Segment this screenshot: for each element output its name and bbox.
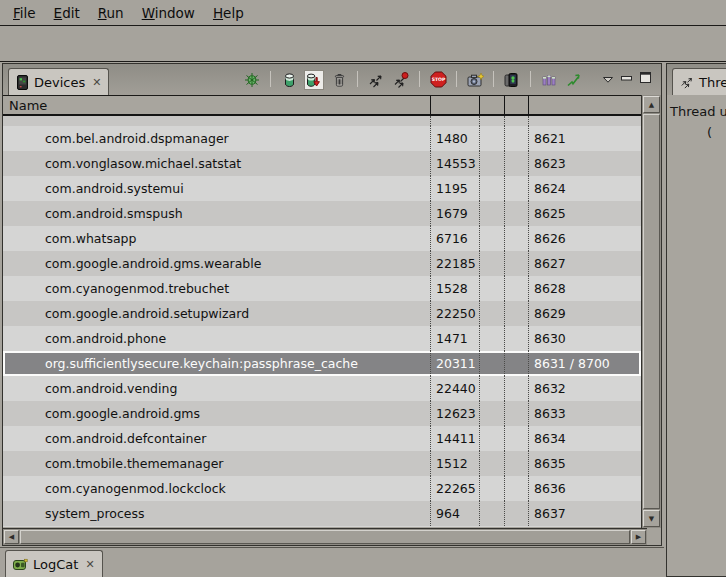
vertical-scrollbar[interactable]: ▲ ▼	[641, 95, 661, 528]
cell-name: com.vonglasow.michael.satstat	[3, 151, 430, 176]
cell-port: 8626	[528, 226, 641, 251]
cell-pid: 1195	[430, 176, 479, 201]
cell-port: 8629	[528, 301, 641, 326]
cell-b	[504, 116, 528, 126]
menu-item-run[interactable]: Run	[89, 5, 133, 21]
cell-port: 8635	[528, 451, 641, 476]
cell-a	[479, 476, 504, 501]
toolbar-separator	[530, 71, 531, 87]
maximize-icon[interactable]	[640, 68, 651, 87]
horizontal-scrollbar-thumb[interactable]	[20, 530, 630, 544]
threads-tabbar: Threa	[667, 64, 726, 95]
table-row[interactable]: com.cyanogenmod.lockclock222658636	[3, 476, 641, 501]
cell-a	[479, 116, 504, 126]
cell-b	[504, 476, 528, 501]
sysinfo-icon[interactable]	[539, 70, 559, 90]
phone-icon	[16, 75, 29, 90]
cell-port: 8623	[528, 151, 641, 176]
tab-devices[interactable]: Devices ✕	[8, 68, 109, 95]
cell-port: 8621	[528, 126, 641, 151]
scroll-down-button[interactable]: ▼	[643, 510, 660, 527]
application-window: FileEditRunWindowHelp Devices ✕	[0, 0, 726, 577]
cell-pid: 22440	[430, 376, 479, 401]
table-row[interactable]: com.android.systemui11958624	[3, 176, 641, 201]
cell-pid: 1528	[430, 276, 479, 301]
table-row[interactable]: com.android.smspush16798625	[3, 201, 641, 226]
cell-b	[504, 351, 528, 376]
screen-capture-icon[interactable]	[465, 70, 485, 90]
table-row[interactable]: system_process9648637	[3, 501, 641, 526]
table-row-partial[interactable]	[3, 116, 641, 126]
cause-gc-icon[interactable]	[329, 70, 349, 90]
update-heap-icon[interactable]	[279, 70, 299, 90]
cell-b	[504, 301, 528, 326]
table-row[interactable]: com.tmobile.thememanager15128635	[3, 451, 641, 476]
table-row-selected[interactable]: org.sufficientlysecure.keychain:passphra…	[3, 351, 641, 376]
table-row[interactable]: com.bel.android.dspmanager14808621	[3, 126, 641, 151]
menu-item-window[interactable]: Window	[133, 5, 204, 21]
tab-logcat[interactable]: LogCat ✕	[5, 550, 103, 577]
table-row[interactable]: com.google.android.gms.wearable221858627	[3, 251, 641, 276]
menu-item-file[interactable]: File	[4, 5, 45, 21]
scroll-up-button[interactable]: ▲	[643, 96, 660, 113]
tab-label: LogCat	[33, 557, 78, 572]
toolbar-separator	[493, 71, 494, 87]
table-row[interactable]: com.android.vending224408632	[3, 376, 641, 401]
cell-pid: 1679	[430, 201, 479, 226]
cell-pid: 1480	[430, 126, 479, 151]
stop-process-icon[interactable]: STOP	[428, 70, 448, 90]
column-extra-1	[479, 96, 504, 114]
table-row[interactable]: com.android.defcontainer144118634	[3, 426, 641, 451]
cell-name: com.android.systemui	[3, 176, 430, 201]
toolbar-separator	[357, 71, 358, 87]
table-row[interactable]: com.cyanogenmod.trebuchet15288628	[3, 276, 641, 301]
column-name: Name	[3, 96, 430, 114]
horizontal-scrollbar[interactable]: ◀ ▶	[3, 528, 647, 545]
menu-item-help[interactable]: Help	[204, 5, 253, 21]
table-row[interactable]: com.whatsapp67168626	[3, 226, 641, 251]
devices-toolbar: STOP	[242, 68, 661, 95]
cell-b	[504, 376, 528, 401]
scroll-left-button[interactable]: ◀	[4, 530, 19, 544]
close-icon[interactable]: ✕	[90, 76, 101, 89]
cell-b	[504, 501, 528, 526]
cell-a	[479, 376, 504, 401]
table-row[interactable]: com.google.android.setupwizard222508629	[3, 301, 641, 326]
update-threads-icon[interactable]	[366, 70, 386, 90]
cell-pid: 1512	[430, 451, 479, 476]
dump-hprof-icon[interactable]	[304, 70, 324, 90]
cell-port: 8624	[528, 176, 641, 201]
cell-port: 8631 / 8700	[528, 351, 641, 376]
vertical-scrollbar-thumb[interactable]	[643, 114, 660, 509]
minimize-icon[interactable]	[621, 68, 632, 87]
column-extra-2	[504, 96, 528, 114]
cell-b	[504, 276, 528, 301]
cell-b	[504, 426, 528, 451]
cell-a	[479, 501, 504, 526]
table-row[interactable]: com.android.phone14718630	[3, 326, 641, 351]
screen-record-icon[interactable]	[502, 70, 522, 90]
hierarchy-view-icon[interactable]	[564, 70, 584, 90]
tab-threads[interactable]: Threa	[672, 68, 726, 95]
table-row[interactable]: com.google.android.gms126238633	[3, 401, 641, 426]
debug-attach-icon[interactable]	[242, 70, 262, 90]
cell-name: com.android.phone	[3, 326, 430, 351]
cell-b	[504, 451, 528, 476]
scroll-right-button[interactable]: ▶	[631, 530, 646, 544]
cell-name: org.sufficientlysecure.keychain:passphra…	[3, 351, 430, 376]
start-method-profiling-icon[interactable]	[391, 70, 411, 90]
threads-message-line1: Thread up	[670, 101, 726, 122]
close-icon[interactable]: ✕	[83, 558, 94, 571]
cell-a	[479, 326, 504, 351]
cell-b	[504, 326, 528, 351]
column-pid	[430, 96, 479, 114]
cell-port: 8627	[528, 251, 641, 276]
cell-name: com.bel.android.dspmanager	[3, 126, 430, 151]
table-header[interactable]: Name	[3, 96, 641, 116]
table-row[interactable]: com.vonglasow.michael.satstat145538623	[3, 151, 641, 176]
cell-b	[504, 151, 528, 176]
menu-item-edit[interactable]: Edit	[45, 5, 89, 21]
cell-a	[479, 276, 504, 301]
view-menu-icon[interactable]	[603, 68, 613, 87]
logcat-icon	[13, 558, 28, 571]
